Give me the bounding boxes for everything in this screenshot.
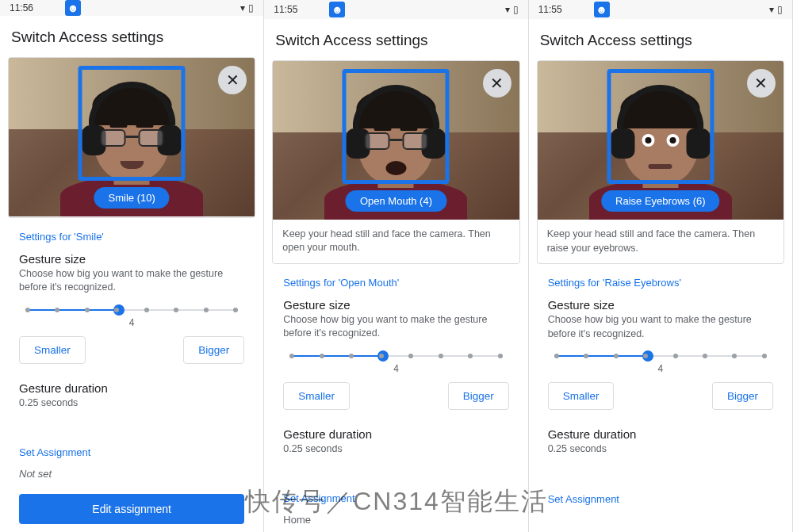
duration-label: Gesture duration	[283, 427, 508, 441]
gesture-badge: Open Mouth (4)	[346, 190, 446, 212]
close-button[interactable]: ✕	[483, 69, 511, 98]
gesture-size-desc: Choose how big you want to make the gest…	[283, 313, 508, 341]
settings-for-label: Settings for 'Raise Eyebrows'	[548, 277, 773, 289]
status-bar: 11:55 ☻ ▾ ▯	[529, 0, 792, 19]
assignment-title: Set Assignment	[19, 446, 244, 458]
page-title: Switch Access settings	[0, 16, 263, 57]
gesture-size-title: Gesture size	[19, 252, 244, 266]
gesture-size-section: Settings for 'Raise Eyebrows' Gesture si…	[529, 264, 792, 418]
gesture-size-slider[interactable]	[283, 355, 508, 357]
status-icons: ▾ ▯	[505, 4, 519, 15]
duration-value: 0.25 seconds	[548, 442, 773, 457]
assignment-title: Set Assignment	[548, 493, 773, 505]
gesture-size-desc: Choose how big you want to make the gest…	[548, 313, 773, 341]
clock: 11:55	[274, 4, 297, 15]
status-icons: ▾ ▯	[769, 4, 783, 15]
face-detection-box	[343, 69, 450, 184]
close-icon: ✕	[754, 74, 768, 93]
smaller-button[interactable]: Smaller	[283, 382, 350, 410]
battery-icon: ▯	[513, 4, 519, 15]
close-button[interactable]: ✕	[747, 69, 776, 98]
bigger-button[interactable]: Bigger	[183, 336, 244, 364]
camera-preview: ✕ Open Mouth (4)	[273, 61, 519, 220]
gesture-size-desc: Choose how big you want to make the gest…	[19, 267, 244, 295]
duration-label: Gesture duration	[548, 427, 773, 441]
face-detection-box	[79, 66, 186, 181]
wifi-icon: ▾	[240, 2, 245, 13]
phone-screen-raise-eyebrows: 11:55 ☻ ▾ ▯ Switch Access settings	[529, 0, 793, 532]
camera-preview: ✕ Smile (10)	[9, 58, 255, 216]
clock: 11:56	[10, 2, 33, 13]
smaller-button[interactable]: Smaller	[548, 382, 615, 410]
bigger-button[interactable]: Bigger	[712, 382, 773, 410]
page-title: Switch Access settings	[529, 19, 792, 60]
camera-preview: ✕ Raise Eyebrows (6)	[538, 61, 783, 220]
wifi-icon: ▾	[769, 4, 774, 15]
assignment-value: Home	[283, 514, 508, 526]
assignment-title: Set Assignment	[283, 492, 508, 504]
slider-value: 4	[548, 363, 773, 374]
camera-card: ✕ Open Mouth (4) Keep your head still an…	[272, 60, 519, 264]
gesture-badge: Raise Eyebrows (6)	[601, 190, 719, 212]
face-app-icon: ☻	[594, 2, 610, 17]
assignment-section: Set Assignment Home	[264, 480, 527, 532]
close-icon: ✕	[226, 71, 239, 90]
gesture-duration-section[interactable]: Gesture duration 0.25 seconds	[264, 418, 527, 480]
face-detection-box	[607, 69, 714, 184]
status-bar: 11:56 ☻ ▾ ▯	[0, 0, 263, 16]
close-icon: ✕	[490, 74, 504, 93]
duration-value: 0.25 seconds	[283, 442, 508, 457]
camera-card: ✕ Raise Eyebrows (6) Keep your head stil…	[537, 60, 784, 264]
status-bar: 11:55 ☻ ▾ ▯	[264, 0, 527, 19]
battery-icon: ▯	[248, 2, 254, 13]
clock: 11:55	[538, 4, 562, 15]
page-title: Switch Access settings	[264, 19, 527, 60]
duration-value: 0.25 seconds	[19, 396, 244, 411]
phone-screen-smile: 11:56 ☻ ▾ ▯ Switch Access settings	[0, 0, 264, 532]
assignment-value: Not set	[19, 468, 244, 480]
gesture-duration-section[interactable]: Gesture duration 0.25 seconds	[0, 372, 263, 434]
gesture-size-section: Settings for 'Open Mouth' Gesture size C…	[264, 264, 527, 418]
settings-for-label: Settings for 'Open Mouth'	[283, 277, 508, 289]
phone-screen-open-mouth: 11:55 ☻ ▾ ▯ Switch Access settings	[264, 0, 528, 532]
edit-assignment-button[interactable]: Edit assignment	[19, 494, 244, 524]
face-app-icon: ☻	[65, 0, 81, 16]
slider-value: 4	[19, 317, 244, 328]
gesture-size-slider[interactable]	[19, 309, 244, 311]
gesture-size-title: Gesture size	[548, 298, 773, 312]
gesture-duration-section[interactable]: Gesture duration 0.25 seconds	[529, 418, 792, 480]
gesture-size-section: Settings for 'Smile' Gesture size Choose…	[0, 218, 263, 372]
gesture-size-slider[interactable]	[548, 355, 773, 357]
camera-card: ✕ Smile (10) Keep your head still and fa…	[8, 57, 255, 218]
slider-value: 4	[283, 363, 508, 374]
duration-label: Gesture duration	[19, 381, 244, 395]
gesture-size-title: Gesture size	[283, 298, 508, 312]
instruction-text: Keep your head still and face the camera…	[538, 220, 783, 263]
battery-icon: ▯	[777, 4, 783, 15]
bigger-button[interactable]: Bigger	[448, 382, 509, 410]
assignment-section: Set Assignment Not set	[0, 434, 263, 486]
face-app-icon: ☻	[329, 2, 345, 17]
smaller-button[interactable]: Smaller	[19, 336, 86, 364]
wifi-icon: ▾	[505, 4, 510, 15]
settings-for-label: Settings for 'Smile'	[19, 231, 244, 243]
instruction-text: Keep your head still and face the camera…	[273, 220, 519, 263]
gesture-badge: Smile (10)	[94, 187, 170, 209]
status-icons: ▾ ▯	[240, 2, 254, 13]
assignment-section: Set Assignment	[529, 480, 792, 521]
